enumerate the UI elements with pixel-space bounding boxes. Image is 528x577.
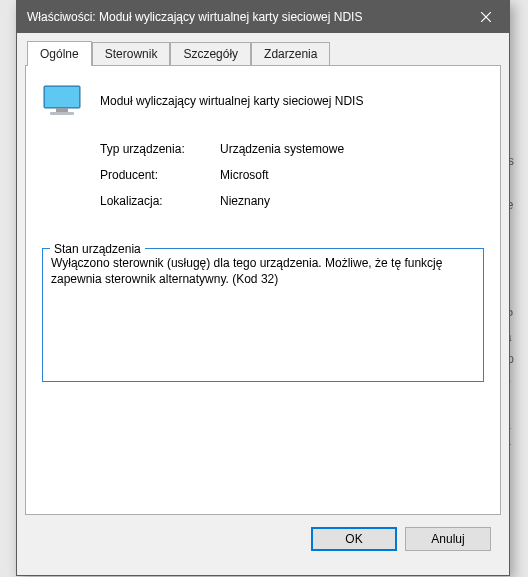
device-status-group: Stan urządzenia [42, 234, 484, 385]
close-icon [481, 12, 491, 22]
device-status-label: Stan urządzenia [50, 242, 145, 256]
tab-details[interactable]: Szczegóły [170, 42, 251, 65]
device-type-value: Urządzenia systemowe [220, 142, 344, 156]
device-header: Moduł wyliczający wirtualnej karty sieci… [42, 84, 484, 118]
device-info: Typ urządzenia: Urządzenia systemowe Pro… [100, 142, 484, 208]
tab-panel-general: Moduł wyliczający wirtualnej karty sieci… [25, 65, 501, 515]
close-button[interactable] [463, 1, 509, 33]
tab-events[interactable]: Zdarzenia [251, 42, 330, 65]
device-status-text[interactable] [42, 248, 484, 382]
svg-rect-3 [45, 87, 79, 107]
manufacturer-label: Producent: [100, 168, 220, 182]
manufacturer-value: Microsoft [220, 168, 269, 182]
device-name: Moduł wyliczający wirtualnej karty sieci… [100, 94, 363, 108]
location-label: Lokalizacja: [100, 194, 220, 208]
cancel-button[interactable]: Anuluj [405, 527, 491, 551]
location-value: Nieznany [220, 194, 270, 208]
svg-rect-5 [50, 112, 74, 115]
dialog-footer: OK Anuluj [25, 515, 501, 563]
tab-driver[interactable]: Sterownik [92, 42, 171, 65]
window-title: Właściwości: Moduł wyliczający wirtualne… [27, 10, 463, 24]
device-type-label: Typ urządzenia: [100, 142, 220, 156]
ok-button[interactable]: OK [311, 527, 397, 551]
client-area: Ogólne Sterownik Szczegóły Zdarzenia Mod… [17, 33, 509, 575]
tab-general[interactable]: Ogólne [27, 41, 92, 66]
monitor-icon [42, 84, 84, 118]
properties-dialog: Właściwości: Moduł wyliczający wirtualne… [16, 0, 510, 576]
titlebar[interactable]: Właściwości: Moduł wyliczający wirtualne… [17, 1, 509, 33]
svg-rect-4 [56, 108, 68, 112]
tabstrip: Ogólne Sterownik Szczegóły Zdarzenia [25, 41, 501, 65]
